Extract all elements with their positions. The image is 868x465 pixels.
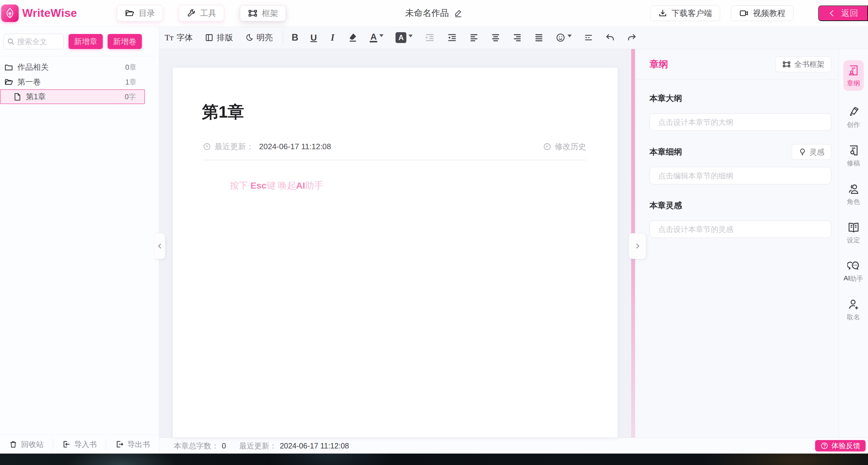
search-box[interactable] (4, 34, 64, 49)
horizontal-rule-button[interactable] (584, 33, 593, 42)
edit-title-icon[interactable] (454, 9, 463, 18)
frame-label: 框架 (262, 8, 278, 19)
tools-button[interactable]: 工具 (179, 5, 224, 21)
tree-row-volume-1[interactable]: 第一卷 1章 (0, 75, 145, 89)
tree-row-work-related[interactable]: 作品相关 0章 (0, 60, 145, 75)
status-updated-value: 2024-06-17 11:12:08 (280, 441, 349, 450)
frame-icon (248, 8, 257, 18)
rail-item-label: AI助手 (844, 274, 863, 283)
text-color-button[interactable]: A (370, 33, 383, 43)
document-page[interactable]: 第1章 最近更新： 2024-06-17 11:12:08 修改历史 (173, 68, 618, 438)
rail-item-naming[interactable]: 取名 (847, 298, 860, 322)
underline-button[interactable]: U (310, 32, 317, 43)
clock-icon (203, 143, 211, 151)
editor-placeholder[interactable]: 按下 Esc键 唤起AI助手 (230, 180, 618, 192)
tree-row-chapter-1-selected[interactable]: 第1章 0字 (0, 89, 145, 104)
layout-menu[interactable]: 排版 (205, 32, 233, 43)
document-title: 未命名作品 (405, 7, 449, 19)
collapse-outline-handle[interactable] (629, 233, 646, 259)
layout-menu-label: 排版 (217, 32, 233, 43)
import-icon (62, 440, 71, 448)
video-tutorial-label: 视频教程 (753, 8, 785, 19)
book-frame-button[interactable]: 全书框架 (775, 57, 831, 72)
sidebar-search-row: 新增章 新增卷 (4, 34, 159, 49)
outline-panel-header: 章纲 全书框架 (635, 49, 839, 80)
main-area: 新增章 新增卷 作品相关 0章 第一卷 1章 第1章 0字 (0, 26, 868, 454)
tree-row-count: 1章 (125, 77, 136, 87)
align-center-button[interactable] (491, 33, 500, 42)
chevron-left-icon (156, 242, 164, 250)
workspace: Tт 字体 排版 明亮 B U I (159, 26, 868, 454)
status-bar: 本章总字数： 0 最近更新： 2024-06-17 11:12:08 体验反馈 (159, 438, 868, 454)
import-book-button[interactable]: 导入书 (53, 439, 106, 449)
folder-open-icon (125, 8, 134, 18)
rail-item-characters[interactable]: 角色 (847, 183, 860, 206)
align-left-button[interactable] (469, 33, 479, 42)
history-button[interactable]: 修改历史 (543, 141, 586, 152)
catalog-button[interactable]: 目录 (117, 5, 163, 21)
dropdown-caret-icon (408, 35, 413, 37)
theme-toggle[interactable]: 明亮 (245, 32, 273, 43)
align-justify-button[interactable] (534, 33, 544, 42)
fill-color-button[interactable]: A (396, 32, 413, 43)
download-icon (658, 9, 667, 18)
indent-increase-icon (425, 33, 435, 42)
italic-button[interactable]: I (329, 32, 336, 43)
person-plus-icon (847, 298, 860, 311)
rail-item-outline[interactable]: 章纲 (843, 60, 864, 91)
status-updated-label: 最近更新： (239, 441, 277, 451)
moon-icon (245, 33, 253, 42)
font-menu[interactable]: Tт 字体 (165, 32, 193, 43)
redo-icon (627, 33, 637, 42)
video-tutorial-button[interactable]: 视频教程 (731, 5, 794, 21)
add-volume-button[interactable]: 新增卷 (107, 34, 142, 49)
indent-increase-button[interactable] (425, 33, 435, 42)
add-chapter-button[interactable]: 新增章 (68, 34, 103, 49)
history-icon (543, 143, 551, 151)
back-button[interactable]: 返回 (818, 5, 868, 21)
chapter-heading[interactable]: 第1章 (202, 101, 618, 123)
rail-item-writing[interactable]: 创作 (847, 106, 860, 129)
chapter-detail-input[interactable] (650, 167, 831, 184)
bold-button[interactable]: B (291, 32, 298, 43)
rail-item-label: 修稿 (847, 159, 860, 168)
indent-decrease-icon (447, 33, 457, 42)
undo-button[interactable] (605, 33, 615, 42)
horizontal-rule-icon (584, 33, 593, 42)
chat-bubbles-icon (847, 260, 859, 272)
recycle-bin-button[interactable]: 回收站 (0, 439, 53, 449)
feedback-label: 体验反馈 (831, 441, 860, 451)
chapter-outline-input[interactable] (650, 113, 831, 131)
tree-row-count: 0字 (125, 92, 136, 101)
highlight-eraser-button[interactable] (348, 32, 358, 43)
rail-item-ai-assistant[interactable]: AI助手 (844, 260, 863, 283)
wrench-icon (187, 9, 196, 18)
collapse-sidebar-handle[interactable] (154, 233, 165, 259)
editor-canvas: 第1章 最近更新： 2024-06-17 11:12:08 修改历史 (159, 49, 631, 438)
chapter-inspiration-input[interactable] (650, 221, 831, 238)
brand-name: WriteWise (22, 7, 77, 20)
desktop-wallpaper-strip (0, 454, 868, 465)
export-book-button[interactable]: 导出书 (106, 439, 159, 449)
right-tool-rail: 章纲 创作 修稿 角色 (839, 49, 868, 438)
indent-decrease-button[interactable] (447, 33, 457, 42)
inspiration-button[interactable]: 灵感 (792, 144, 831, 160)
align-left-icon (469, 33, 479, 42)
sidebar-divider (0, 56, 156, 56)
eraser-icon (348, 32, 358, 43)
emoji-button[interactable] (556, 33, 572, 42)
toolbar-separator (283, 31, 283, 44)
redo-button[interactable] (627, 33, 637, 42)
folder-closed-icon (4, 63, 13, 72)
feedback-button[interactable]: 体验反馈 (815, 440, 866, 452)
writewise-app: WriteWise 目录 工具 框架 未命名作品 下载客户端 (0, 0, 868, 465)
frame-button[interactable]: 框架 (240, 5, 286, 21)
search-input[interactable] (17, 37, 56, 46)
rail-item-settings[interactable]: 设定 (847, 221, 860, 245)
two-people-icon (847, 183, 860, 195)
download-client-button[interactable]: 下载客户端 (650, 5, 720, 21)
align-right-button[interactable] (513, 33, 522, 42)
undo-icon (605, 33, 615, 42)
rail-item-revise[interactable]: 修稿 (847, 144, 860, 168)
content-row: 第1章 最近更新： 2024-06-17 11:12:08 修改历史 (159, 49, 868, 438)
